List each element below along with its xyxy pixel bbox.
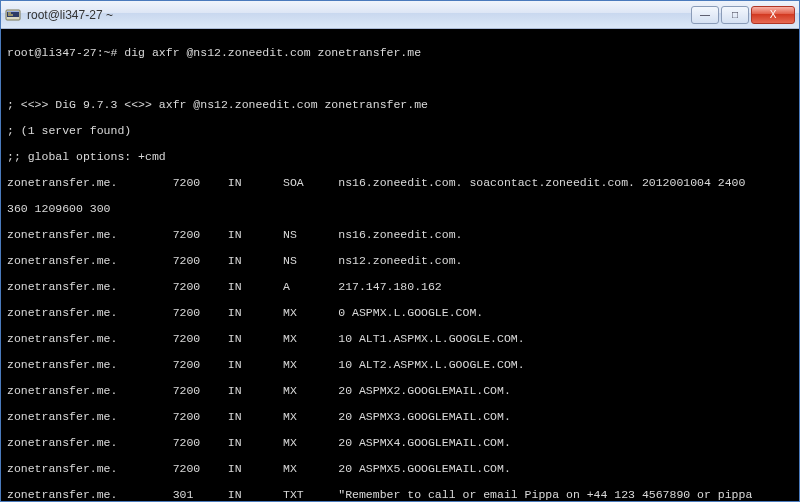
terminal-output[interactable]: root@li347-27:~# dig axfr @ns12.zoneedit…: [1, 29, 799, 501]
dns-record: zonetransfer.me. 7200 IN MX 20 ASPMX2.GO…: [7, 384, 793, 397]
dig-header-2: ;; global options: +cmd: [7, 150, 793, 163]
window-title: root@li347-27 ~: [27, 8, 691, 22]
shell-prompt: root@li347-27:~# dig axfr @ns12.zoneedit…: [7, 46, 793, 59]
putty-icon: [5, 7, 21, 23]
dns-record: zonetransfer.me. 7200 IN MX 20 ASPMX4.GO…: [7, 436, 793, 449]
maximize-button[interactable]: □: [721, 6, 749, 24]
dns-record: 360 1209600 300: [7, 202, 793, 215]
dns-record: zonetransfer.me. 7200 IN NS ns16.zoneedi…: [7, 228, 793, 241]
putty-window: root@li347-27 ~ — □ X root@li347-27:~# d…: [0, 0, 800, 502]
minimize-icon: —: [700, 9, 710, 20]
close-button[interactable]: X: [751, 6, 795, 24]
dns-record: zonetransfer.me. 7200 IN NS ns12.zoneedi…: [7, 254, 793, 267]
dns-record: zonetransfer.me. 7200 IN MX 0 ASPMX.L.GO…: [7, 306, 793, 319]
dns-record: zonetransfer.me. 7200 IN MX 20 ASPMX5.GO…: [7, 462, 793, 475]
title-bar[interactable]: root@li347-27 ~ — □ X: [1, 1, 799, 29]
dig-header-1: ; (1 server found): [7, 124, 793, 137]
blank-line: [7, 72, 793, 85]
window-controls: — □ X: [691, 6, 795, 24]
dig-header-0: ; <<>> DiG 9.7.3 <<>> axfr @ns12.zoneedi…: [7, 98, 793, 111]
dns-record: zonetransfer.me. 7200 IN SOA ns16.zoneed…: [7, 176, 793, 189]
svg-rect-2: [7, 11, 19, 12]
maximize-icon: □: [732, 9, 738, 20]
dns-record: zonetransfer.me. 7200 IN MX 10 ALT2.ASPM…: [7, 358, 793, 371]
dns-record: zonetransfer.me. 7200 IN MX 10 ALT1.ASPM…: [7, 332, 793, 345]
dns-record: zonetransfer.me. 7200 IN MX 20 ASPMX3.GO…: [7, 410, 793, 423]
dns-record: zonetransfer.me. 301 IN TXT "Remember to…: [7, 488, 793, 501]
close-icon: X: [770, 9, 777, 20]
minimize-button[interactable]: —: [691, 6, 719, 24]
dns-record: zonetransfer.me. 7200 IN A 217.147.180.1…: [7, 280, 793, 293]
